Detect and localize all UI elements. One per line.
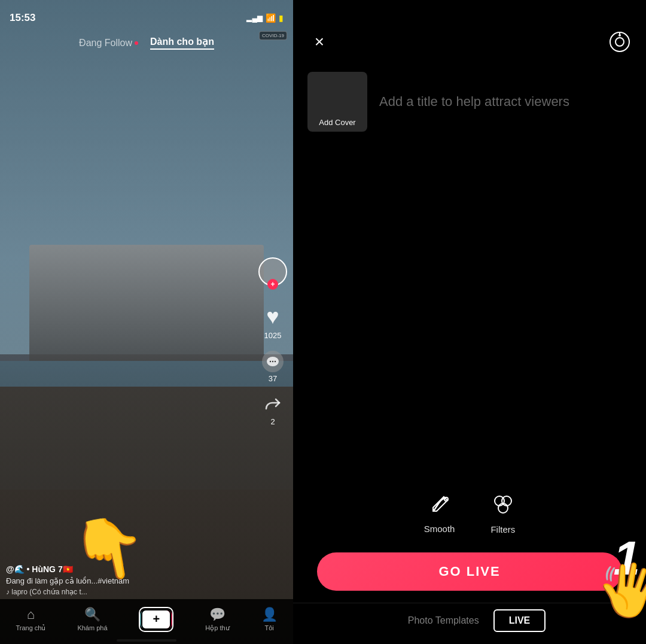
filters-icon — [492, 494, 514, 520]
svg-point-3 — [275, 361, 276, 362]
nav-dot — [135, 41, 138, 45]
smooth-icon — [429, 494, 450, 519]
nav-for-you[interactable]: Dành cho bạn — [150, 36, 214, 50]
status-bar: 15:53 ▂▄▆ 📶 ▮ — [0, 0, 293, 30]
go-live-section: 1 GO LIVE 👋 — [293, 552, 646, 603]
right-panel: × Add Cover Add a title to help attract … — [293, 0, 646, 644]
follow-plus-icon: + — [267, 279, 278, 290]
nav-following[interactable]: Đang Follow — [79, 38, 138, 48]
tab-photo-templates[interactable]: Photo Templates — [394, 610, 493, 631]
bottom-navigation: ⌂ Trang chủ 🔍 Khám phá + 💬 Hộp thư 👤 Tôi — [0, 599, 293, 644]
filters-tool[interactable]: Filters — [490, 494, 515, 534]
hand-cursor-icon: 👇 — [66, 508, 153, 590]
smooth-label: Smooth — [424, 524, 455, 534]
filters-label: Filters — [490, 524, 515, 534]
like-count: 1025 — [264, 331, 282, 340]
camera-settings-button[interactable] — [608, 30, 632, 54]
status-icons: ▂▄▆ 📶 ▮ — [246, 13, 284, 23]
tab-live[interactable]: LIVE — [493, 609, 546, 632]
nav-tab-home[interactable]: ⌂ Trang chủ — [16, 607, 45, 632]
avatar-action[interactable]: + — [258, 257, 287, 286]
avatar: + — [258, 257, 287, 286]
add-button-inner: + — [142, 610, 170, 628]
comment-count: 37 — [269, 374, 277, 383]
add-cover-label: Add Cover — [319, 118, 355, 127]
nav-tab-add[interactable]: + — [139, 607, 173, 632]
live-spacer — [293, 144, 646, 482]
add-button-wrapper[interactable]: + — [139, 607, 173, 632]
svg-point-2 — [272, 361, 273, 362]
share-icon — [262, 394, 284, 415]
svg-point-1 — [270, 361, 271, 362]
left-panel: 15:53 ▂▄▆ 📶 ▮ Đang Follow Dành cho bạn C… — [0, 0, 293, 644]
live-header: × — [293, 0, 646, 66]
smooth-tool[interactable]: Smooth — [424, 494, 455, 534]
status-time: 15:53 — [10, 12, 35, 24]
right-actions: + ♥ 1025 37 — [258, 257, 287, 426]
scene-ship — [29, 245, 264, 361]
inbox-icon: 💬 — [209, 607, 226, 622]
comment-action[interactable]: 37 — [262, 351, 284, 383]
go-live-text: GO LIVE — [438, 564, 500, 579]
comment-icon — [262, 351, 284, 372]
add-cover-button[interactable]: Add Cover — [307, 72, 367, 132]
svg-point-6 — [618, 34, 621, 37]
wifi-icon: 📶 — [266, 13, 276, 23]
search-icon: 🔍 — [84, 607, 100, 622]
nav-tab-inbox[interactable]: 💬 Hộp thư — [205, 607, 229, 632]
title-placeholder[interactable]: Add a title to help attract viewers — [379, 93, 569, 111]
cover-title-row: Add Cover Add a title to help attract vi… — [293, 66, 646, 144]
home-icon: ⌂ — [27, 607, 35, 622]
signal-icon: ▂▄▆ — [246, 14, 263, 22]
profile-icon: 👤 — [261, 607, 278, 622]
like-action[interactable]: ♥ 1025 — [264, 304, 282, 340]
go-live-button[interactable]: GO LIVE — [317, 552, 622, 591]
music-info: ♪ lapro (Có chứa nhạc t... — [6, 588, 257, 596]
nav-tab-profile[interactable]: 👤 Tôi — [261, 607, 278, 631]
svg-point-5 — [615, 38, 624, 46]
nav-tab-discover[interactable]: 🔍 Khám phá — [77, 607, 107, 631]
battery-icon: ▮ — [279, 13, 284, 23]
share-action[interactable]: 2 — [262, 394, 284, 426]
add-button[interactable]: + — [141, 609, 171, 630]
close-button[interactable]: × — [307, 30, 331, 54]
tools-row: Smooth Filters — [293, 482, 646, 552]
bottom-tabs: Photo Templates LIVE — [293, 603, 646, 644]
heart-icon: ♥ — [266, 304, 279, 329]
share-count: 2 — [270, 417, 275, 426]
top-nav: Đang Follow Dành cho bạn — [0, 31, 293, 54]
